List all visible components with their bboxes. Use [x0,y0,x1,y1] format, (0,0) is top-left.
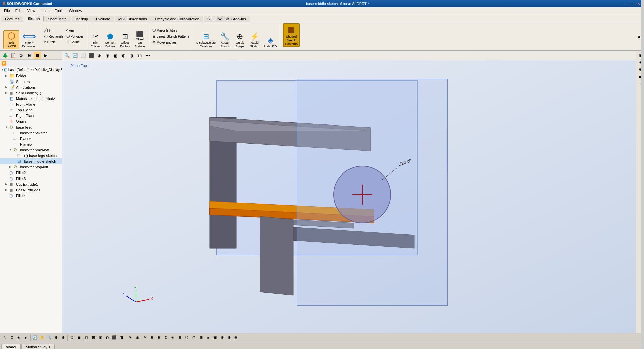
tree-item-boss-extrude1[interactable]: ▶ ◼ Boss-Extrude1 [0,187,62,193]
tree-item-cut-extrude1[interactable]: ▶ ◼ Cut-Extrude1 [0,181,62,187]
menu-tools[interactable]: Tools [52,7,66,14]
vt-wireframe[interactable]: ⬜ [79,52,87,59]
instant2d-button[interactable]: ◈ Instant2D [263,36,278,49]
bt-display1[interactable]: ▣ [97,334,104,341]
rectangle-tool-button[interactable]: ▭ Rectangle [43,34,65,39]
bt-display4[interactable]: ◨ [118,334,125,341]
tab-model[interactable]: Model [1,344,21,349]
bt-view3[interactable]: ◻ [83,334,90,341]
bt-more12[interactable]: ◉ [233,334,239,341]
exit-sketch-button[interactable]: ⬡ ExitSketch [3,30,19,49]
vt-appearance[interactable]: ◐ [120,52,127,59]
tree-item-front-plane[interactable]: ▱ Front Plane [0,101,62,107]
bt-zoom-in[interactable]: ⊕ [53,334,59,341]
menu-insert[interactable]: Insert [38,7,52,14]
display-delete-relations-button[interactable]: ⊟ Display/DeleteRelations [195,32,217,49]
tab-addins[interactable]: SOLIDWORKS Add-Ins [204,16,250,22]
tab-motion-study[interactable]: Motion Study 1 [21,344,55,349]
offset-on-surface-button[interactable]: ⬛ OffsetOnSurface [133,30,146,49]
bt-more5[interactable]: ⬡ [183,334,190,341]
quick-snaps-button[interactable]: ⊕ QuickSnaps [233,32,247,49]
menu-window[interactable]: Window [66,7,85,14]
vt-perspective[interactable]: ◈ [96,52,103,59]
menu-edit[interactable]: Edit [13,7,24,14]
bt-more8[interactable]: ◈ [205,334,211,341]
display-manager-button[interactable]: ◼ [34,52,41,59]
tree-item-material[interactable]: ◧ Material <not specified> [0,96,62,101]
bt-sketch1[interactable]: ✎ [141,334,148,341]
tree-item-plane5[interactable]: ▱ Plane5 [0,141,62,147]
move-entities-button[interactable]: ✥ Move Entities [151,40,178,45]
bt-light2[interactable]: ◉ [134,334,141,341]
tree-item-base-feet[interactable]: ▼ ⚙ base-feet [0,124,62,130]
tab-sketch[interactable]: Sketch [24,16,43,22]
dim-xpert-button[interactable]: ⊕ [25,52,33,59]
circle-tool-button[interactable]: ○ Circle [43,39,65,45]
bt-more3[interactable]: ◈ [169,334,176,341]
linear-sketch-pattern-button[interactable]: ⊞ Linear Sketch Pattern [151,34,190,39]
tree-root[interactable]: ▼ ⊞ base (Default) <<Default>_Display St… [0,67,62,73]
close-button[interactable]: ✕ [636,1,641,6]
bt-sketch2[interactable]: ⊟ [148,334,155,341]
bt-select2[interactable]: ⊡ [8,334,15,341]
bt-display2[interactable]: ◐ [104,334,111,341]
tree-item-base-feet-sketch[interactable]: □ base-feet-sketch [0,130,62,136]
vt-scene[interactable]: ◑ [128,52,135,59]
bt-more6[interactable]: ◷ [191,334,197,341]
trim-entities-button[interactable]: ✂ TrimEntities [89,32,102,49]
bt-more10[interactable]: ⊕ [219,334,225,341]
more-button[interactable]: ▶ [42,52,49,59]
minimize-button[interactable]: ─ [623,1,628,6]
tree-item-base-feet-mid-loft[interactable]: ▼ ⚙ base-feet-mid-loft [0,147,62,153]
bt-select4[interactable]: ▼ [22,334,29,341]
spline-tool-button[interactable]: ∿ Spline [65,39,84,45]
bt-display3[interactable]: ⬛ [111,334,118,341]
mirror-entities-button[interactable]: ⬡ Mirror Entities [151,28,178,33]
tab-mbd-dimensions[interactable]: MBD Dimensions [115,16,151,22]
bt-more11[interactable]: ⊖ [226,334,232,341]
bt-light1[interactable]: ☀ [127,334,134,341]
tree-item-plane4[interactable]: ▱ Plane4 [0,136,62,141]
tab-evaluate[interactable]: Evaluate [92,16,114,22]
tree-item-folder[interactable]: ▶ 📁 Folder [0,73,62,79]
bt-more4[interactable]: ⊞ [176,334,183,341]
tree-item-sensors[interactable]: 📡 Sensors [0,79,62,84]
bt-view2[interactable]: ◼ [76,334,83,341]
tree-item-top-plane[interactable]: ▱ Top Plane [0,107,62,113]
tab-lifecycle[interactable]: Lifecycle and Collaboration [151,16,203,22]
vt-section[interactable]: ◉ [104,52,111,59]
convert-entities-button[interactable]: ⬟ ConvertEntities [104,32,117,49]
menu-view[interactable]: View [24,7,38,14]
repair-sketch-button[interactable]: 🔧 RepairSketch [218,32,232,49]
tree-view-button[interactable]: 🌲 [1,52,9,59]
bt-pan[interactable]: ✋ [39,334,45,341]
polygon-tool-button[interactable]: ⬡ Polygon [65,34,84,39]
tree-item-right-plane[interactable]: ▱ Right Plane [0,113,62,118]
bt-rotate[interactable]: 🔄 [32,334,38,341]
tree-item-base-middle-sketch[interactable]: ⊞ base-middle-sketch [0,158,62,164]
bt-select3[interactable]: ◈ [15,334,22,341]
vt-rotate[interactable]: 🔄 [71,52,79,59]
bt-more7[interactable]: ⊟ [198,334,204,341]
bt-select[interactable]: ↖ [1,334,8,341]
bt-zoom[interactable]: 🔍 [46,334,52,341]
vt-view-orientation[interactable]: ⬡ [136,52,143,59]
tree-item-fillet3[interactable]: ◷ Fillet3 [0,176,62,181]
bt-view4[interactable]: ⊞ [90,334,97,341]
tree-item-annotations[interactable]: ▶ 📝 Annotations [0,84,62,90]
property-manager-button[interactable]: 📋 [9,52,17,59]
tab-markup[interactable]: Markup [72,16,92,22]
tree-item-fillet4[interactable]: ◷ Fillet4 [0,193,62,198]
tree-item-fillet2[interactable]: ◷ Fillet2 [0,170,62,176]
vt-display[interactable]: ▣ [112,52,119,59]
smart-dimension-button[interactable]: ⟺ SmartDimension [21,31,38,49]
tab-features[interactable]: Features [1,16,23,22]
viewport[interactable]: 🔍 🔄 ⬜ ⬛ ◈ ◉ ▣ ◐ ◑ ⬡ ••• [62,51,636,333]
configuration-manager-button[interactable]: ⚙ [17,52,25,59]
arc-tool-button[interactable]: ◜ Arc [65,28,84,33]
bt-more2[interactable]: ⊗ [162,334,169,341]
tree-item-solid-bodies[interactable]: ▶ ◼ Solid Bodies(1) [0,90,62,96]
tree-item-origin[interactable]: ✛ Origin [0,118,62,124]
maximize-button[interactable]: □ [629,1,635,6]
offset-entities-button[interactable]: ⊡ OffsetEntities [118,32,132,49]
